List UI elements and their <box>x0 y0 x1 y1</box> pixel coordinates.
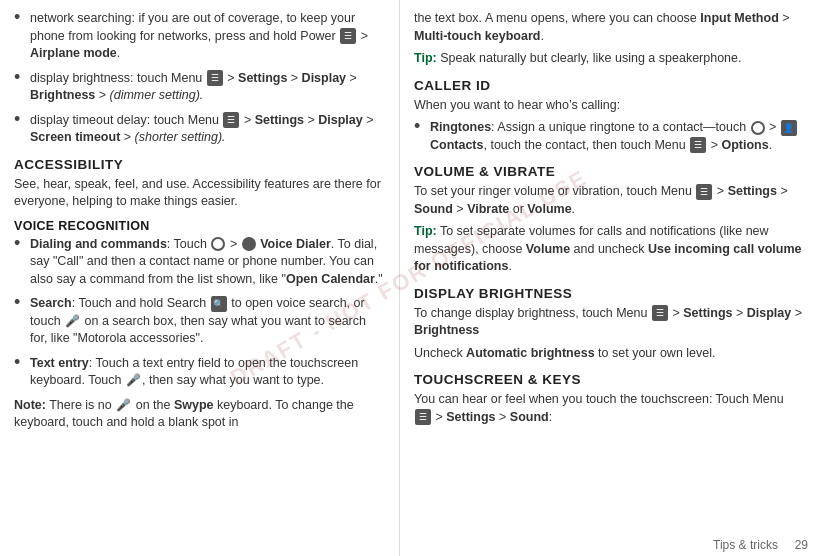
bullet-dialing-text: Dialing and commands: Touch > Voice Dial… <box>30 236 385 289</box>
display-body: To change display brightness, touch Menu… <box>414 305 804 340</box>
menu-icon-3: ☰ <box>223 112 239 128</box>
bullet-text-entry-text: Text entry: Touch a text entry field to … <box>30 355 385 390</box>
display-brightness-title: DISPLAY BRIGHTNESS <box>414 286 804 301</box>
bullet-search-text: Search: Touch and hold Search 🔍 to open … <box>30 295 385 348</box>
search-icon: 🔍 <box>211 296 227 312</box>
right-column: the text box. A menu opens, where you ca… <box>400 0 818 556</box>
bullet-timeout: • display timeout delay: touch Menu ☰ > … <box>14 112 385 147</box>
menu-icon-4: ☰ <box>690 137 706 153</box>
touchscreen-title: TOUCHSCREEN & KEYS <box>414 372 804 387</box>
caller-id-body: When you want to hear who’s calling: <box>414 97 804 115</box>
mic-icon-2: 🎤 <box>126 372 141 389</box>
tip2: Tip: To set separate volumes for calls a… <box>414 223 804 276</box>
contacts-icon: 👤 <box>781 120 797 136</box>
bullet-dot-2: • <box>14 68 26 105</box>
screen-timeout-label: Screen timeout <box>30 130 120 144</box>
bullet-brightness-text: display brightness: touch Menu ☰ > Setti… <box>30 70 385 105</box>
bullet-search: • Search: Touch and hold Search 🔍 to ope… <box>14 295 385 348</box>
bullet-text-entry: • Text entry: Touch a text entry field t… <box>14 355 385 390</box>
mic-icon: 🎤 <box>65 313 80 330</box>
volume-body: To set your ringer volume or vibration, … <box>414 183 804 218</box>
caller-id-title: CALLER ID <box>414 78 804 93</box>
bullet-dot-3: • <box>14 110 26 147</box>
bullet-ringtones: • Ringtones: Assign a unique ringtone to… <box>414 119 804 154</box>
continued-text: the text box. A menu opens, where you ca… <box>414 10 804 45</box>
multitouch-keyboard-label: Multi-touch keyboard <box>414 29 540 43</box>
footer-label: Tips & tricks <box>713 538 778 552</box>
bullet-dot: • <box>14 8 26 63</box>
circle-icon <box>211 237 225 251</box>
page-container: • network searching: if you are out of c… <box>0 0 818 556</box>
menu-icon-2: ☰ <box>207 70 223 86</box>
note-text: Note: There is no 🎤 on the Swype keyboar… <box>14 397 385 432</box>
mic-icon-3: 🎤 <box>116 397 131 414</box>
bullet-dot-6: • <box>14 353 26 390</box>
accessibility-body: See, hear, speak, feel, and use. Accessi… <box>14 176 385 211</box>
bullet-timeout-text: display timeout delay: touch Menu ☰ > Se… <box>30 112 385 147</box>
bullet-brightness: • display brightness: touch Menu ☰ > Set… <box>14 70 385 105</box>
sound-label-2: Sound <box>510 410 549 424</box>
bullet-dot-7: • <box>414 117 426 154</box>
tip1-label: Tip: <box>414 51 437 65</box>
bullet-dialing: • Dialing and commands: Touch > Voice Di… <box>14 236 385 289</box>
input-method-label: Input Method <box>700 11 778 25</box>
sound-label: Sound <box>414 202 453 216</box>
tip1: Tip: Speak naturally but clearly, like u… <box>414 50 804 68</box>
airplane-mode-label: Airplane mode <box>30 46 117 60</box>
brightness-label: Brightness <box>30 88 95 102</box>
footer-page: 29 <box>795 538 808 552</box>
bullet-network-text: network searching: if you are out of cov… <box>30 10 385 63</box>
bullet-ringtones-text: Ringtones: Assign a unique ringtone to a… <box>430 119 804 154</box>
touchscreen-body: You can hear or feel when you touch the … <box>414 391 804 426</box>
bullet-dot-4: • <box>14 234 26 289</box>
menu-icon: ☰ <box>340 28 356 44</box>
menu-icon-7: ☰ <box>415 409 431 425</box>
voice-icon <box>242 237 256 251</box>
accessibility-title: ACCESSIBILITY <box>14 157 385 172</box>
menu-icon-6: ☰ <box>652 305 668 321</box>
display-uncheck: Uncheck Automatic brightness to set your… <box>414 345 804 363</box>
volume-title: VOLUME & VIBRATE <box>414 164 804 179</box>
tip2-label: Tip: <box>414 224 437 238</box>
circle-icon-2 <box>751 121 765 135</box>
voice-recognition-title: VOICE RECOGNITION <box>14 219 385 233</box>
brightness-label-2: Brightness <box>414 323 479 337</box>
bullet-network: • network searching: if you are out of c… <box>14 10 385 63</box>
page-footer: Tips & tricks 29 <box>713 538 808 552</box>
menu-icon-5: ☰ <box>696 184 712 200</box>
left-column: • network searching: if you are out of c… <box>0 0 400 556</box>
bullet-dot-5: • <box>14 293 26 348</box>
